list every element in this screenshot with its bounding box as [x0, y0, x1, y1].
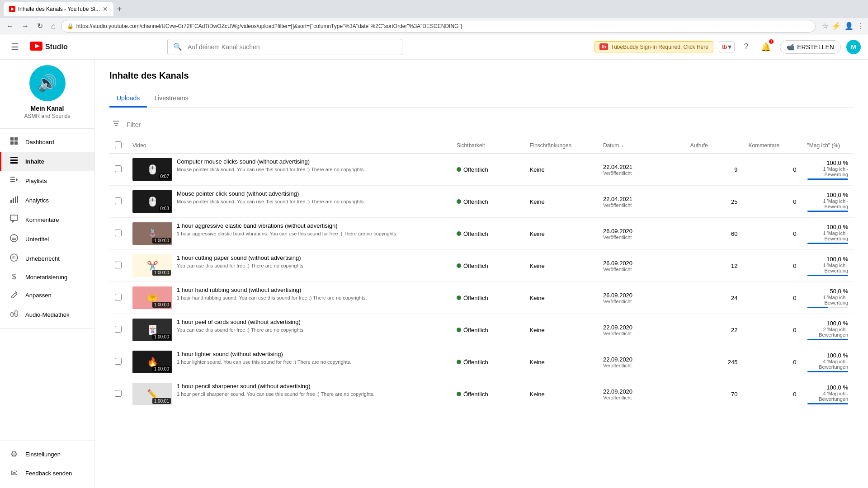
th-einschraenkungen: Einschränkungen [524, 138, 598, 154]
bookmark-button[interactable]: ☆ [822, 22, 828, 30]
sidebar-channel-avatar[interactable]: 🔊 [29, 65, 66, 101]
row-checkbox-1[interactable] [115, 197, 122, 204]
notification-container[interactable]: 🔔 2 [757, 38, 774, 56]
address-bar[interactable]: 🔒 https://studio.youtube.com/channel/UCv… [61, 20, 816, 33]
new-tab-button[interactable]: + [115, 3, 124, 16]
sidebar-item-inhalte[interactable]: Inhalte [0, 152, 94, 171]
video-thumb-6[interactable]: 🔥 1:00:00 [132, 351, 172, 373]
search-input[interactable] [188, 43, 402, 51]
profile-button[interactable]: 👤 [844, 22, 854, 30]
filter-icon-button[interactable] [109, 117, 123, 132]
refresh-button[interactable]: ↻ [34, 20, 46, 32]
help-button[interactable]: ? [740, 38, 752, 55]
sidebar-divider-bottom [0, 328, 94, 328]
video-title-0[interactable]: Computer mouse clicks sound (without adv… [177, 158, 446, 165]
datum-cell-6: 22.09.2020 Veröffentlicht [598, 346, 685, 378]
forward-button[interactable]: → [19, 20, 32, 32]
mag-percent-4: 50,0 % [807, 288, 848, 295]
tab-title: Inhalte des Kanals - YouTube St... [18, 6, 100, 12]
svg-rect-6 [14, 141, 18, 145]
sidebar-label-untertitel: Untertitel [25, 236, 49, 243]
datum-main-5: 22.09.2020 [603, 324, 679, 331]
th-datum[interactable]: Datum ↓ [598, 138, 685, 154]
video-title-7[interactable]: 1 hour pencil sharpener sound (without a… [177, 383, 446, 389]
mag-bar-wrap-7 [807, 403, 848, 404]
sidebar-item-einstellungen[interactable]: ⚙ Einstellungen [0, 445, 94, 464]
row-checkbox-cell [109, 250, 127, 282]
row-checkbox-0[interactable] [115, 165, 122, 172]
back-button[interactable]: ← [4, 20, 16, 32]
sidebar-item-feedback[interactable]: ✉ Feedback senden [0, 464, 94, 483]
sidebar-item-untertitel[interactable]: Untertitel [0, 230, 94, 249]
video-desc-1: Mouse pointer click sound. You can use t… [177, 198, 446, 205]
row-checkbox-6[interactable] [115, 358, 122, 365]
row-checkbox-3[interactable] [115, 262, 122, 268]
video-title-2[interactable]: 1 hour aggressive elastic band vibration… [177, 222, 446, 229]
row-checkbox-cell [109, 186, 127, 218]
anpassen-icon [9, 290, 19, 300]
aufrufe-cell-3: 12 [685, 250, 743, 282]
video-thumb-4[interactable]: 🤲 1:00:00 [132, 286, 172, 309]
user-avatar[interactable]: M [846, 40, 861, 54]
video-duration-6: 1:00:00 [152, 366, 171, 372]
einschraenkungen-cell-2: Keine [524, 218, 598, 250]
kommentare-cell-2: 0 [743, 218, 802, 250]
select-all-checkbox[interactable] [115, 141, 122, 148]
mag-percent-2: 100,0 % [807, 224, 848, 230]
search-icon-button[interactable]: 🔍 [168, 42, 188, 51]
mag-percent-6: 100,0 % [807, 352, 848, 359]
youtube-logo-icon [30, 41, 42, 53]
tubebuddy-banner[interactable]: tb TubeBuddy Sign-in Required, Click Her… [594, 41, 713, 52]
video-title-3[interactable]: 1 hour cutting paper sound (without adve… [177, 254, 446, 261]
datum-cell-4: 26.09.2020 Veröffentlicht [598, 282, 685, 314]
extensions-button[interactable]: ⚡ [832, 22, 841, 30]
video-title-1[interactable]: Mouse pointer click sound (without adver… [177, 190, 446, 197]
hamburger-button[interactable]: ☰ [7, 38, 23, 56]
video-title-6[interactable]: 1 hour lighter sound (without advertisin… [177, 351, 446, 357]
tubebuddy-tools[interactable]: tb ▾ [719, 41, 735, 52]
video-thumb-0[interactable]: 🖱️ 0:07 [132, 158, 172, 181]
erstellen-button[interactable]: 📹 ERSTELLEN [780, 40, 841, 54]
sidebar-item-analytics[interactable]: Analytics [0, 191, 94, 210]
home-button[interactable]: ⌂ [48, 20, 58, 32]
sidebar-item-audio-mediathek[interactable]: Audio-Mediathek [0, 305, 94, 324]
row-checkbox-7[interactable] [115, 390, 122, 397]
row-checkbox-5[interactable] [115, 326, 122, 333]
einschraenkungen-cell-3: Keine [524, 250, 598, 282]
row-checkbox-4[interactable] [115, 294, 122, 300]
feedback-icon: ✉ [9, 468, 19, 478]
video-title-4[interactable]: 1 hour hand rubbing sound (without adver… [177, 286, 446, 293]
svg-marker-13 [16, 178, 18, 182]
notification-badge: 2 [769, 39, 774, 44]
video-thumb-7[interactable]: ✏️ 1:00:01 [132, 383, 172, 405]
browser-chrome: Inhalte des Kanals - YouTube St... ✕ + [0, 0, 868, 18]
video-thumb-1[interactable]: 🖱️ 0:03 [132, 190, 172, 213]
row-checkbox-cell [109, 154, 127, 186]
filter-input[interactable] [127, 121, 206, 128]
video-thumb-5[interactable]: 🃏 1:00:00 [132, 319, 172, 341]
sidebar-item-monetarisierung[interactable]: $ Monetarisierung [0, 268, 94, 286]
sidebar-item-kommentare[interactable]: Kommentare [0, 210, 94, 230]
th-checkbox [109, 138, 127, 154]
tab-uploads[interactable]: Uploads [109, 90, 147, 108]
datum-sub-7: Veröffentlicht [603, 395, 679, 400]
sidebar-item-dashboard[interactable]: Dashboard [0, 132, 94, 152]
row-checkbox-2[interactable] [115, 230, 122, 236]
mag-bewertung-0: 1 'Mag ich'-Bewertung [807, 166, 848, 177]
video-thumb-2[interactable]: 🪢 1:00:00 [132, 222, 172, 245]
menu-button[interactable]: ⋮ [857, 22, 864, 30]
sidebar-item-urheberrecht[interactable]: © Urheberrecht [0, 249, 94, 268]
sidebar-item-anpassen[interactable]: Anpassen [0, 286, 94, 305]
video-title-5[interactable]: 1 hour peel of cards sound (without adve… [177, 319, 446, 325]
tab-close-button[interactable]: ✕ [103, 5, 108, 13]
video-desc-7: 1 hour pencil sharpener sound. You can u… [177, 391, 446, 398]
sidebar-item-playlists[interactable]: Playlists [0, 171, 94, 191]
datum-cell-1: 22.04.2021 Veröffentlicht [598, 186, 685, 218]
logo[interactable]: Studio [30, 41, 68, 53]
active-tab[interactable]: Inhalte des Kanals - YouTube St... ✕ [4, 2, 113, 16]
video-thumb-3[interactable]: ✂️ 1:00:00 [132, 254, 172, 277]
visibility-cell-0: Öffentlich [451, 154, 524, 186]
datum-main-1: 22.04.2021 [603, 196, 679, 202]
mag-bar-wrap-2 [807, 243, 848, 244]
tab-livestreams[interactable]: Livestreams [147, 90, 195, 108]
